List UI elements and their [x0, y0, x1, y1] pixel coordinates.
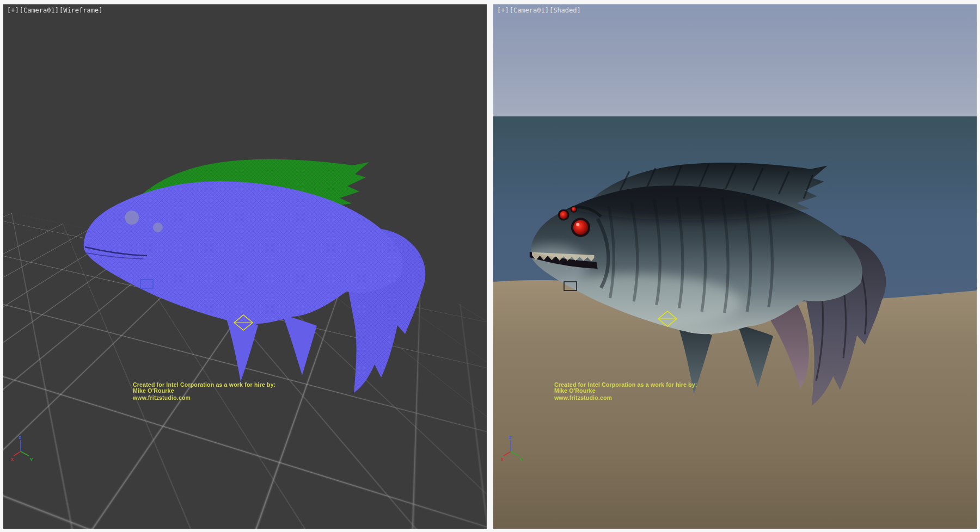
- axis-x-label: x: [501, 456, 504, 461]
- viewport-general-menu[interactable]: [+]: [7, 7, 19, 14]
- fish-eye-wire-small: [153, 222, 163, 232]
- viewport-label: [+][Camera01][Shaded]: [497, 7, 581, 14]
- scene-annotation-text[interactable]: Created for Intel Corporation as a work …: [554, 382, 697, 401]
- viewport-shading-menu[interactable]: [Wireframe]: [59, 7, 102, 14]
- viewport-pov-menu[interactable]: [Camera01]: [20, 7, 59, 14]
- axis-z-label: z: [19, 435, 21, 440]
- viewport-pov-menu[interactable]: [Camera01]: [510, 7, 549, 14]
- viewport-general-menu[interactable]: [+]: [497, 7, 509, 14]
- fish-eye-wire: [125, 211, 139, 225]
- world-axis-tripod: z x y: [501, 435, 525, 461]
- fish-eye-large: [571, 218, 590, 237]
- axis-y-label: y: [30, 456, 33, 461]
- viewport-label: [+][Camera01][Wireframe]: [7, 7, 103, 14]
- scene-annotation-text[interactable]: Created for Intel Corporation as a work …: [133, 382, 275, 401]
- world-axis-tripod: z x y: [11, 435, 35, 461]
- fish-eye-medium: [558, 209, 569, 221]
- annotation-line-2: Mike O'Rourke: [133, 388, 275, 394]
- annotation-line-2: Mike O'Rourke: [554, 388, 697, 394]
- viewport-wireframe[interactable]: [+][Camera01][Wireframe] Created for Int…: [3, 4, 487, 529]
- axis-z-label: z: [509, 435, 511, 440]
- fish-model-wireframe[interactable]: [84, 159, 425, 393]
- max-dual-viewport-window: [+][Camera01][Wireframe] Created for Int…: [0, 0, 980, 532]
- fish-eye-small: [571, 206, 577, 212]
- scene-wireframe: [3, 4, 487, 529]
- axis-x-label: x: [11, 456, 14, 461]
- scene-shaded: [493, 4, 977, 529]
- axis-y-label: y: [520, 456, 523, 461]
- viewport-shaded[interactable]: [+][Camera01][Shaded] Created for Intel …: [493, 4, 977, 529]
- viewport-shading-menu[interactable]: [Shaded]: [549, 7, 581, 14]
- annotation-line-3: www.fritzstudio.com: [554, 395, 697, 401]
- annotation-line-3: www.fritzstudio.com: [133, 395, 275, 401]
